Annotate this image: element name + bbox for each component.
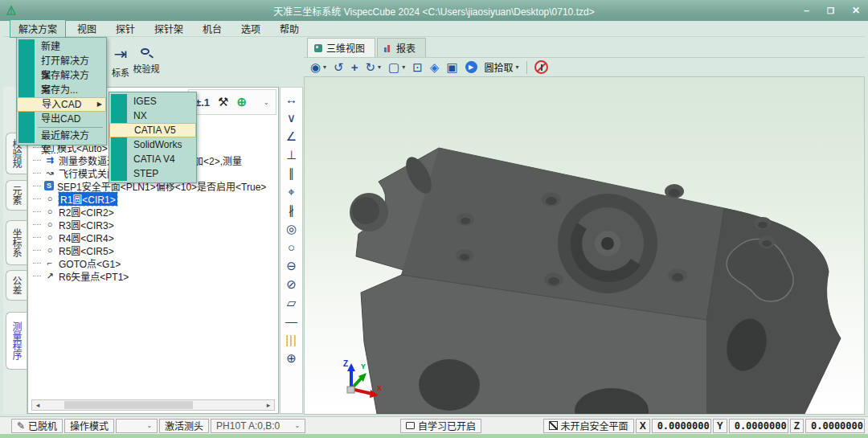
submenu-item-catia-v5[interactable]: CATIA V5 <box>109 123 196 137</box>
eye-icon[interactable]: ◉ <box>310 59 321 76</box>
location-pin-icon[interactable]: ◈ <box>430 59 440 76</box>
tree-guide <box>33 160 41 161</box>
cylindricity-icon[interactable]: ⊘ <box>280 276 302 293</box>
tree-item-goto[interactable]: ⌐ GOTO点<G1> <box>33 256 121 269</box>
submenu-item-catia-v4[interactable]: CATIA V4 <box>109 152 196 166</box>
probe-select[interactable]: PH10T A:0,B:0 ⌄ <box>211 419 305 433</box>
probe-disabled-icon[interactable] <box>534 60 548 74</box>
target-icon[interactable]: ⊕ <box>236 95 247 109</box>
active-probe-label: 激活测头 <box>159 419 209 433</box>
precision-button[interactable]: ±.1 <box>195 96 210 108</box>
goto-icon: ⌐ <box>44 258 55 268</box>
tree-item-fly-mode[interactable]: ↝ 飞行模式关闭 <box>33 166 117 179</box>
menu-item-save-solution[interactable]: 保存解决方案 <box>17 68 106 83</box>
eye-dropdown-icon[interactable]: ▾ <box>323 63 326 71</box>
circularity-icon[interactable]: ○ <box>280 239 302 256</box>
3d-model[interactable] <box>305 77 864 414</box>
rotate-icon[interactable]: ↻ <box>365 59 375 76</box>
cube-view-icon[interactable]: ▢ <box>388 59 399 76</box>
hammer-icon[interactable]: ⚒ <box>218 95 228 109</box>
menu-solution[interactable]: 解决方案 <box>10 19 66 38</box>
menu-probe[interactable]: 探针 <box>108 20 143 37</box>
runout-icon[interactable]: ∦ <box>280 202 302 219</box>
tree-item-circle-r4[interactable]: ○ R4圆<CIR4> <box>33 231 114 244</box>
circle-icon: ○ <box>44 194 55 203</box>
menu-probe-rack[interactable]: 探针架 <box>146 20 191 37</box>
tree-item-circle-r5[interactable]: ○ R5圆<CIR5> <box>33 244 114 256</box>
safety-plane-status: 未开启安全平面 <box>543 419 634 433</box>
z-coordinate-value: 0.0000000 <box>805 419 865 433</box>
cube-dropdown-icon[interactable]: ▾ <box>402 63 405 71</box>
window-select-icon[interactable]: ▣ <box>446 59 457 76</box>
tree-item-vector-point[interactable]: ↗ R6矢量点<PT1> <box>33 269 129 282</box>
circle-icon: ○ <box>44 232 55 242</box>
straightness-icon[interactable]: — <box>280 313 302 330</box>
minimize-button[interactable]: – <box>804 5 809 16</box>
scroll-right-icon[interactable]: ▸ <box>263 401 274 409</box>
operation-mode-select[interactable]: ⌄ <box>116 419 158 433</box>
concentricity-icon[interactable]: ◎ <box>280 220 302 238</box>
gauge-check-button[interactable]: 校验规 <box>127 42 166 75</box>
submenu-item-solidworks[interactable]: SolidWorks <box>109 137 196 152</box>
circle-pick-button[interactable]: 圆拾取 <box>485 60 514 74</box>
sidebar-tab-elements[interactable]: 元素 <box>6 180 27 211</box>
true-position-icon[interactable]: ⊕ <box>280 350 302 367</box>
perpendicularity-icon[interactable]: ⊥ <box>280 146 302 164</box>
distance-icon[interactable]: ↔ <box>280 91 302 108</box>
toolbar-overflow-icon[interactable]: ⌄ <box>263 98 269 106</box>
sidebar-tab-tolerance[interactable]: 公差 <box>6 270 27 301</box>
tree-item-label: R2圆<CIR2> <box>59 205 114 219</box>
parallelism-icon[interactable]: ∥ <box>280 165 302 182</box>
tree-item-circle-r3[interactable]: ○ R3圆<CIR3> <box>33 218 114 231</box>
menu-machine[interactable]: 机台 <box>194 20 230 37</box>
self-learning-button[interactable]: 自学习已开启 <box>400 419 481 433</box>
maximize-button[interactable]: ❐ <box>827 6 834 15</box>
tab-3d-view-label: 三维视图 <box>326 41 365 55</box>
menu-item-export-cad[interactable]: 导出CAD <box>17 112 106 126</box>
operation-mode-text: 操作模式 <box>70 419 108 432</box>
angle-icon[interactable]: ∠ <box>280 128 302 145</box>
y-coordinate-value: 0.0000000 <box>729 419 788 433</box>
sidebar-tab-measure-program[interactable]: 测量程序 <box>6 312 27 370</box>
scroll-left-icon[interactable]: ◂ <box>32 401 43 409</box>
tree-item-circle-r2[interactable]: ○ R2圆<CIR2> <box>33 205 114 218</box>
menu-item-label: 另存为... <box>41 84 78 96</box>
chevron-down-icon: ⌄ <box>294 422 300 429</box>
axis-y-label: Y <box>361 362 366 370</box>
symmetry-icon[interactable]: ⊖ <box>280 257 302 275</box>
submenu-item-step[interactable]: STEP <box>109 166 196 181</box>
tab-3d-view[interactable]: 三维视图 <box>307 38 375 57</box>
flatness-icon[interactable]: ▱ <box>280 294 302 312</box>
tree-horizontal-scrollbar[interactable]: ◂ ▸ <box>31 399 275 411</box>
pan-icon[interactable]: + <box>351 59 358 76</box>
menu-item-recent-solutions[interactable]: 最近解决方案... <box>17 129 106 143</box>
parallel-lines-icon[interactable]: ||| <box>280 331 302 349</box>
tab-report[interactable]: 报表 <box>377 38 426 57</box>
position-icon[interactable]: ⌖ <box>280 183 302 201</box>
menu-item-open-solution[interactable]: 打开解决方案 <box>17 54 106 68</box>
tree-item-label: GOTO点<G1> <box>59 256 121 270</box>
tree-guide <box>33 147 41 148</box>
menu-item-save-as[interactable]: 另存为... <box>17 83 106 97</box>
menu-item-label: 导出CAD <box>41 113 80 125</box>
tree-item-label-selected: R1圆<CIR1> <box>59 192 117 206</box>
close-button[interactable]: ✕ <box>852 5 860 16</box>
submenu-item-nx[interactable]: NX <box>109 108 196 123</box>
viewport-3d[interactable]: Z Y X <box>304 76 865 415</box>
menu-help[interactable]: 帮助 <box>272 20 307 37</box>
menu-item-new[interactable]: 新建 <box>17 39 106 54</box>
menu-view[interactable]: 视图 <box>69 20 104 37</box>
orbit-icon[interactable]: ↺ <box>334 59 344 76</box>
menu-item-import-cad[interactable]: 导入CAD ▶ <box>17 97 106 112</box>
tree-item-circle-r1[interactable]: ○ R1圆<CIR1> <box>33 192 117 205</box>
z-axis-label: Z <box>790 419 804 433</box>
pick-dropdown-icon[interactable]: ▾ <box>516 63 519 71</box>
sidebar-tab-coordsys[interactable]: 坐标系 <box>6 220 27 265</box>
angle-between-icon[interactable]: ∨ <box>280 109 302 127</box>
submenu-item-iges[interactable]: IGES <box>109 94 196 108</box>
play-icon[interactable]: ▶ <box>465 61 477 73</box>
rotate-dropdown-icon[interactable]: ▾ <box>378 63 381 71</box>
fit-view-icon[interactable]: ⊡ <box>412 59 423 76</box>
menu-options[interactable]: 选项 <box>233 20 268 37</box>
scrollbar-thumb[interactable] <box>64 401 193 409</box>
